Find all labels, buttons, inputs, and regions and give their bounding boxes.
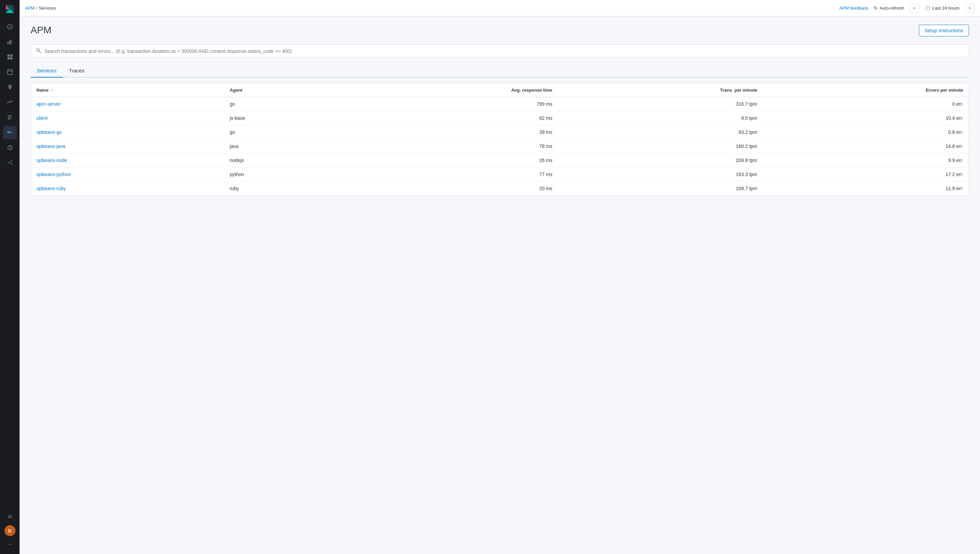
svg-rect-9 [7, 70, 12, 75]
page-title: APM [30, 25, 51, 36]
table-row: opbeans-python python 77 ms 163.3 tpm 17… [31, 167, 969, 181]
cell-trans-per-min: 316.7 tpm [558, 97, 763, 111]
cell-avg-response: 789 ms [337, 97, 558, 111]
service-link[interactable]: opbeans-node [37, 158, 67, 163]
svg-point-18 [11, 161, 12, 162]
table-row: opbeans-node nodejs 26 ms 209.8 tpm 9.9 … [31, 153, 969, 167]
sidebar-item-visualize[interactable] [3, 35, 17, 49]
table-row: opbeans-go go 39 ms 93.2 tpm 0.8 err. [31, 125, 969, 139]
sort-icon: ↑ [51, 88, 53, 92]
cell-errors-per-min: 17.2 err. [763, 167, 969, 181]
cell-name[interactable]: client [31, 111, 224, 125]
search-bar[interactable] [30, 45, 969, 57]
cell-avg-response: 20 ms [337, 181, 558, 196]
table-header-row: Name ↑ Agent Avg. response time Trans. p… [31, 83, 969, 97]
service-link[interactable]: opbeans-ruby [37, 186, 66, 191]
cell-name[interactable]: opbeans-ruby [31, 181, 224, 196]
col-header-errors-per-min[interactable]: Errors per minute [763, 83, 969, 97]
cell-errors-per-min: 11.9 err. [763, 181, 969, 196]
cell-avg-response: 39 ms [337, 125, 558, 139]
setup-instructions-button[interactable]: Setup Instructions [919, 25, 969, 37]
cell-trans-per-min: 209.8 tpm [558, 153, 763, 167]
breadcrumb-current: Services [39, 5, 56, 11]
breadcrumb-apm-link[interactable]: APM [25, 5, 35, 11]
svg-rect-5 [7, 54, 9, 57]
cell-agent: go [224, 125, 337, 139]
col-header-trans-per-min[interactable]: Trans. per minute [558, 83, 763, 97]
cell-name[interactable]: opbeans-node [31, 153, 224, 167]
sidebar-collapse-button[interactable]: → [3, 538, 17, 551]
col-header-agent[interactable]: Agent [224, 83, 337, 97]
user-avatar[interactable]: D [5, 525, 16, 536]
service-link[interactable]: opbeans-python [37, 172, 71, 177]
svg-rect-8 [10, 57, 12, 59]
time-range-label: Last 24 hours [932, 5, 959, 11]
cell-agent: ruby [224, 181, 337, 196]
col-header-name[interactable]: Name ↑ [31, 83, 224, 97]
breadcrumb-separator: / [36, 5, 37, 11]
cell-name[interactable]: opbeans-go [31, 125, 224, 139]
cell-avg-response: 77 ms [337, 167, 558, 181]
cell-errors-per-min: 0 err. [763, 97, 969, 111]
sidebar-item-logs[interactable] [3, 110, 17, 124]
col-header-avg-response[interactable]: Avg. response time [337, 83, 558, 97]
kibana-logo[interactable] [4, 3, 16, 15]
cell-agent: go [224, 97, 337, 111]
service-link[interactable]: opbeans-java [37, 143, 65, 149]
auto-refresh-button[interactable]: ↻ Auto-refresh [874, 5, 905, 11]
cell-name[interactable]: opbeans-java [31, 139, 224, 153]
service-link[interactable]: opbeans-go [37, 129, 62, 135]
sidebar-item-ml[interactable] [3, 156, 17, 170]
svg-line-20 [9, 161, 11, 162]
sidebar-bottom: D → [3, 509, 17, 551]
sidebar-item-canvas[interactable] [3, 65, 17, 79]
cell-trans-per-min: 160.2 tpm [558, 139, 763, 153]
time-nav-prev[interactable]: < [910, 3, 919, 13]
tab-bar: Services Traces [30, 64, 969, 78]
svg-rect-4 [10, 40, 11, 45]
sidebar-item-uptime[interactable] [3, 141, 17, 154]
svg-point-1 [9, 26, 11, 27]
sidebar-item-metrics[interactable] [3, 96, 17, 109]
sidebar-item-apm[interactable] [3, 126, 17, 139]
cell-trans-per-min: 9.5 tpm [558, 111, 763, 125]
sidebar-item-settings[interactable] [3, 509, 17, 523]
tab-services[interactable]: Services [30, 64, 63, 78]
time-nav-next[interactable]: > [965, 3, 975, 13]
tab-traces[interactable]: Traces [63, 64, 91, 78]
time-range-selector[interactable]: 🕐 Last 24 hours [925, 5, 959, 11]
services-table: Name ↑ Agent Avg. response time Trans. p… [30, 83, 969, 196]
cell-errors-per-min: 9.9 err. [763, 153, 969, 167]
sidebar-item-maps[interactable] [3, 80, 17, 94]
apm-feedback-link[interactable]: APM feedback [839, 5, 868, 11]
svg-line-23 [39, 51, 40, 53]
clock-icon: 🕐 [925, 5, 930, 11]
svg-rect-12 [8, 116, 12, 116]
cell-trans-per-min: 109.7 tpm [558, 181, 763, 196]
sidebar-item-dashboard[interactable] [3, 50, 17, 64]
cell-avg-response: 26 ms [337, 153, 558, 167]
cell-errors-per-min: 0.8 err. [763, 125, 969, 139]
cell-name[interactable]: opbeans-python [31, 167, 224, 181]
svg-line-21 [9, 163, 11, 164]
refresh-icon: ↻ [874, 5, 878, 11]
cell-errors-per-min: 10.4 err. [763, 111, 969, 125]
cell-agent: js-base [224, 111, 337, 125]
cell-avg-response: 78 ms [337, 139, 558, 153]
page-header: APM Setup Instructions [30, 25, 969, 37]
table-row: client js-base 82 ms 9.5 tpm 10.4 err. [31, 111, 969, 125]
main-area: APM / Services APM feedback ↻ Auto-refre… [19, 0, 980, 554]
svg-rect-2 [7, 42, 8, 44]
svg-rect-13 [8, 117, 11, 117]
cell-agent: python [224, 167, 337, 181]
service-link[interactable]: client [37, 115, 48, 121]
service-link[interactable]: apm-server [37, 101, 61, 107]
svg-rect-15 [8, 119, 10, 119]
svg-point-19 [11, 164, 12, 165]
table-row: opbeans-ruby ruby 20 ms 109.7 tpm 11.9 e… [31, 181, 969, 196]
search-input[interactable] [45, 48, 964, 54]
svg-point-17 [8, 162, 9, 163]
cell-errors-per-min: 14.8 err. [763, 139, 969, 153]
cell-name[interactable]: apm-server [31, 97, 224, 111]
sidebar-item-discover[interactable] [3, 20, 17, 33]
